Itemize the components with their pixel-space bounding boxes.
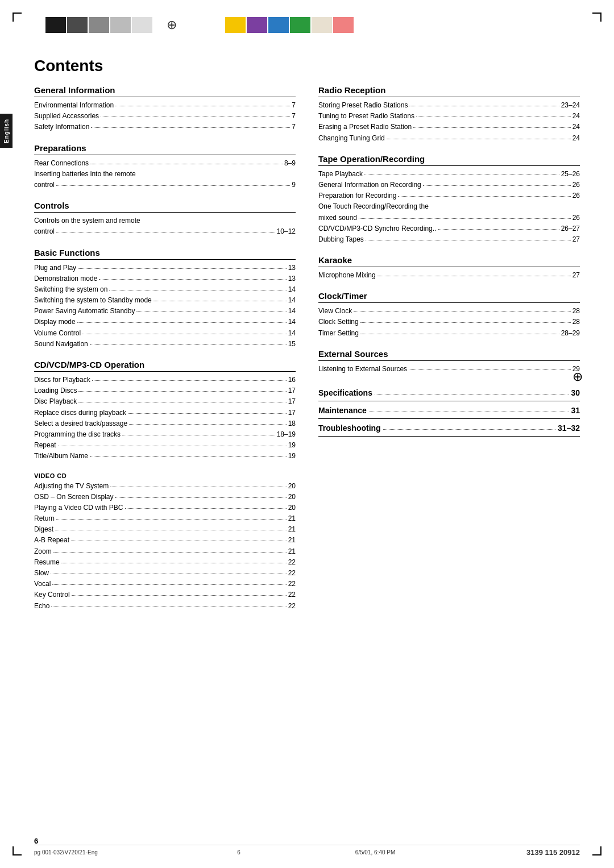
section-title-karaoke: Karaoke — [318, 255, 580, 267]
color-block-pink — [333, 17, 354, 33]
bottom-center-text: 6 — [171, 849, 307, 855]
list-item: Erasing a Preset Radio Station 24 — [318, 122, 580, 132]
list-item: Timer Setting 28–29 — [318, 328, 580, 339]
bottom-timestamp: 6/5/01, 6:40 PM — [307, 849, 443, 855]
color-block-4 — [110, 17, 131, 33]
section-basic-functions: Basic Functions Plug and Play 13 Demonst… — [34, 248, 296, 350]
color-block-light — [312, 17, 332, 33]
list-item: Volume Control 14 — [34, 328, 296, 339]
column-left: General Information Environmental Inform… — [34, 85, 296, 622]
list-item: Adjusting the TV System 20 — [34, 481, 296, 492]
list-item: Resume 22 — [34, 557, 296, 568]
color-block-yellow — [225, 17, 246, 33]
list-item: Safety Information 7 — [34, 122, 296, 132]
list-item: Key Control 22 — [34, 589, 296, 600]
section-title-preparations: Preparations — [34, 143, 296, 155]
list-item: Dubbing Tapes 27 — [318, 234, 580, 245]
list-item: Playing a Video CD with PBC 20 — [34, 502, 296, 513]
section-karaoke: Karaoke Microphone Mixing 27 — [318, 255, 580, 281]
list-item: CD/VCD/MP3-CD Synchro Recording.. 26–27 — [318, 223, 580, 234]
list-item: Switching the system to Standby mode 14 — [34, 295, 296, 306]
list-item: Title/Album Name 19 — [34, 451, 296, 462]
section-title-radio-reception: Radio Reception — [318, 85, 580, 97]
color-block-2 — [67, 17, 88, 33]
section-clock-timer: Clock/Timer View Clock 28 Clock Setting … — [318, 291, 580, 339]
list-item: Controls on the system and remote contro… — [34, 215, 296, 237]
list-item: Supplied Accessories 7 — [34, 111, 296, 122]
toc-troubleshooting: Troubleshooting 31–32 — [318, 420, 580, 437]
list-item: Plug and Play 13 — [34, 263, 296, 273]
list-item: Loading Discs 17 — [34, 385, 296, 396]
list-item: Discs for Playback 16 — [34, 375, 296, 385]
list-item: Digest 21 — [34, 524, 296, 535]
list-item: Tape Playback 25–26 — [318, 169, 580, 180]
list-item: Microphone Mixing 27 — [318, 270, 580, 281]
section-tape-operation: Tape Operation/Recording Tape Playback 2… — [318, 154, 580, 245]
bottom-bar: pg 001-032/V720/21-Eng 6 6/5/01, 6:40 PM… — [34, 845, 580, 857]
columns-container: General Information Environmental Inform… — [34, 85, 580, 622]
list-item: General Information on Recording 26 — [318, 180, 580, 190]
list-item: Storing Preset Radio Stations 23–24 — [318, 100, 580, 111]
section-subtitle-video-cd: VIDEO CD — [34, 472, 296, 479]
section-controls: Controls Controls on the system and remo… — [34, 201, 296, 237]
section-cd-operation: CD/VCD/MP3-CD Operation Discs for Playba… — [34, 360, 296, 462]
list-item: Repeat 19 — [34, 440, 296, 451]
top-bar-left — [45, 17, 152, 33]
color-block-1 — [45, 17, 66, 33]
list-item: Rear Connections 8–9 — [34, 158, 296, 169]
crosshair-center: ⊕ — [164, 17, 180, 33]
list-item: A-B Repeat 21 — [34, 535, 296, 546]
section-title-clock-timer: Clock/Timer — [318, 291, 580, 303]
column-right: Radio Reception Storing Preset Radio Sta… — [318, 85, 580, 622]
section-title-controls: Controls — [34, 201, 296, 213]
list-item: Replace discs during playback 17 — [34, 408, 296, 418]
section-title-tape-operation: Tape Operation/Recording — [318, 154, 580, 166]
bottom-right-text: 3139 115 20912 — [443, 848, 580, 857]
list-item: Tuning to Preset Radio Stations 24 — [318, 111, 580, 122]
list-item: Environmental Information 7 — [34, 100, 296, 111]
list-item: Select a desired track/passage 18 — [34, 418, 296, 429]
list-item: Clock Setting 28 — [318, 317, 580, 327]
color-block-blue — [268, 17, 289, 33]
language-tab: English — [0, 114, 13, 148]
list-item: Sound Navigation 15 — [34, 339, 296, 350]
color-block-3 — [89, 17, 109, 33]
top-bar-right — [225, 17, 354, 33]
section-video-cd: VIDEO CD Adjusting the TV System 20 OSD … — [34, 472, 296, 612]
list-item: Zoom 21 — [34, 546, 296, 557]
section-title-general-info: General Information — [34, 85, 296, 97]
toc-maintenance: Maintenance 31 — [318, 402, 580, 419]
page-number: 6 — [34, 837, 38, 845]
list-item: Inserting batteries into the remote cont… — [34, 169, 296, 190]
list-item: Changing Tuning Grid 24 — [318, 133, 580, 144]
section-title-cd-operation: CD/VCD/MP3-CD Operation — [34, 360, 296, 372]
section-general-info: General Information Environmental Inform… — [34, 85, 296, 133]
list-item: Power Saving Automatic Standby 14 — [34, 306, 296, 317]
list-item: Preparation for Recording 26 — [318, 190, 580, 201]
list-item: Switching the system on 14 — [34, 284, 296, 295]
list-item: Display mode 14 — [34, 317, 296, 327]
section-preparations: Preparations Rear Connections 8–9 Insert… — [34, 143, 296, 191]
section-radio-reception: Radio Reception Storing Preset Radio Sta… — [318, 85, 580, 144]
list-item: Programming the disc tracks 18–19 — [34, 429, 296, 440]
color-block-purple — [247, 17, 267, 33]
list-item: Slow 22 — [34, 568, 296, 579]
list-item: Demonstration mode 13 — [34, 273, 296, 284]
list-item: OSD – On Screen Display 20 — [34, 492, 296, 502]
list-item: Return 21 — [34, 513, 296, 524]
corner-bracket-br — [592, 846, 601, 855]
corner-bracket-bl — [13, 846, 22, 855]
list-item: One Touch Recording/Recording the mixed … — [318, 201, 580, 223]
list-item: View Clock 28 — [318, 306, 580, 317]
list-item: Listening to External Sources 29 — [318, 364, 580, 375]
list-item: Echo 22 — [34, 601, 296, 612]
bottom-left-text: pg 001-032/V720/21-Eng — [34, 849, 171, 855]
section-external-sources: External Sources Listening to External S… — [318, 349, 580, 375]
toc-specifications: Specifications 30 — [318, 385, 580, 401]
page-title: Contents — [34, 57, 580, 75]
list-item: Vocal 22 — [34, 579, 296, 589]
section-title-external-sources: External Sources — [318, 349, 580, 361]
main-content: Contents General Information Environment… — [34, 57, 580, 823]
color-block-green — [290, 17, 310, 33]
top-bar: ⊕ — [0, 17, 614, 33]
